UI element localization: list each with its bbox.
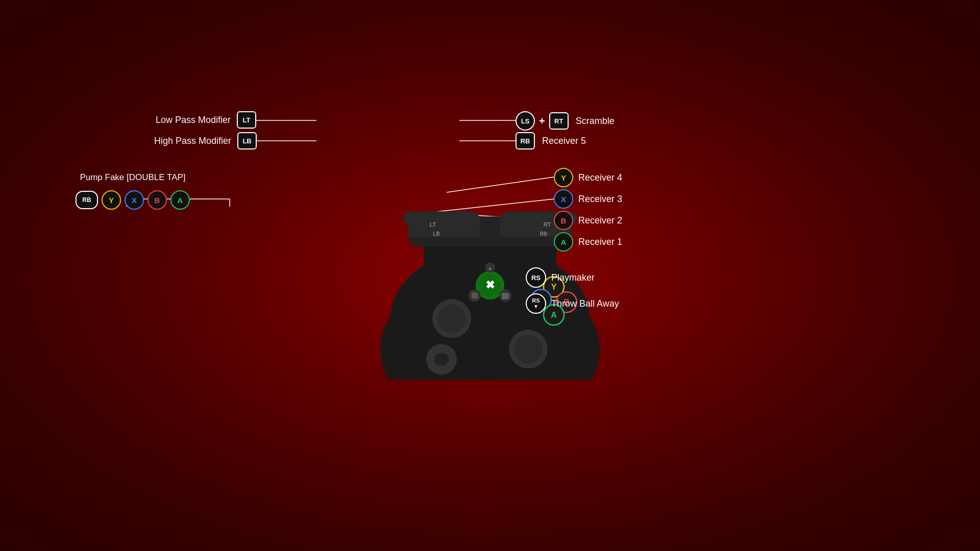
svg-text:RT: RT: [544, 221, 551, 228]
ls-badge: LS: [516, 111, 535, 131]
receiver4-text: Receiver 4: [578, 172, 622, 183]
x-pump-badge: X: [125, 190, 144, 210]
y-pump-badge: Y: [102, 190, 121, 210]
svg-text:LT: LT: [430, 221, 436, 228]
rs-down-badge: RS ▼: [526, 293, 546, 314]
svg-rect-32: [502, 293, 509, 294]
high-pass-modifier-text: High Pass Modifier: [154, 136, 231, 146]
receiver4-label: Y Receiver 4: [554, 168, 622, 187]
x-badge: X: [554, 189, 573, 209]
throw-ball-away-label: RS ▼ Throw Ball Away: [526, 293, 619, 314]
b-pump-badge: B: [148, 190, 167, 210]
y-badge: Y: [554, 168, 573, 187]
rb-pump-badge: RB: [76, 191, 98, 209]
receiver5-text: Receiver 5: [542, 136, 586, 146]
scramble-text: Scramble: [576, 116, 615, 127]
receiver2-label: B Receiver 2: [554, 211, 622, 230]
pump-fake-buttons: RB Y X B A: [76, 190, 190, 210]
a-pump-badge: A: [170, 190, 190, 210]
scramble-label: LS + RT Scramble: [516, 111, 615, 131]
rb-badge: RB: [516, 132, 535, 149]
high-pass-modifier-label: High Pass Modifier LB: [154, 132, 257, 149]
rt-badge: RT: [549, 112, 569, 130]
svg-rect-34: [502, 297, 509, 298]
svg-point-28: [514, 335, 543, 363]
pump-fake-label: Pump Fake [DOUBLE TAP]: [76, 172, 190, 183]
b-badge: B: [554, 211, 573, 230]
receiver1-label: A Receiver 1: [554, 232, 622, 252]
a-badge: A: [554, 232, 573, 252]
rs-badge: RS: [526, 267, 546, 288]
svg-rect-33: [502, 295, 509, 296]
plus-sign: +: [539, 115, 545, 127]
svg-text:✖: ✖: [485, 279, 495, 291]
svg-point-23: [437, 304, 466, 333]
svg-rect-30: [472, 292, 478, 298]
throw-ball-away-text: Throw Ball Away: [551, 298, 619, 309]
low-pass-modifier-label: Low Pass Modifier LT: [156, 111, 256, 129]
lt-badge: LT: [237, 111, 256, 129]
rs-down-arrow: ▼: [533, 304, 538, 309]
playmaker-text: Playmaker: [551, 272, 595, 283]
playmaker-label: RS Playmaker: [526, 267, 595, 288]
receiver5-label: RB Receiver 5: [516, 132, 586, 149]
receiver3-label: X Receiver 3: [554, 189, 622, 209]
low-pass-modifier-text: Low Pass Modifier: [156, 115, 231, 126]
receiver2-text: Receiver 2: [578, 215, 622, 226]
svg-rect-26: [434, 355, 449, 363]
receiver1-text: Receiver 1: [578, 237, 622, 247]
pump-fake-section: Pump Fake [DOUBLE TAP] RB Y X B A: [76, 172, 190, 210]
svg-text:RB: RB: [540, 231, 547, 237]
svg-text:▲: ▲: [488, 266, 493, 271]
receiver3-text: Receiver 3: [578, 194, 622, 205]
lb-badge: LB: [237, 132, 257, 149]
svg-text:LB: LB: [433, 231, 439, 237]
